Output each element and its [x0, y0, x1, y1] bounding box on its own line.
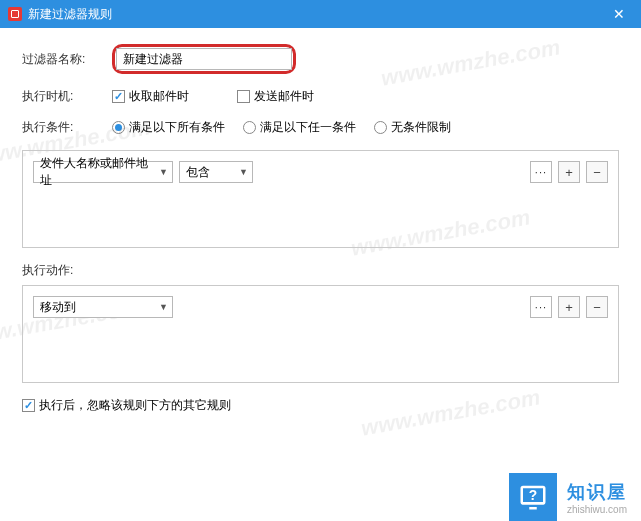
condition-field-dropdown[interactable]: 发件人名称或邮件地址 ▼ [33, 161, 173, 183]
condition-remove-button[interactable]: − [586, 161, 608, 183]
titlebar: 新建过滤器规则 ✕ [0, 0, 641, 28]
timing-send-label: 发送邮件时 [254, 88, 314, 105]
condition-more-button[interactable]: ··· [530, 161, 552, 183]
radio-icon [112, 121, 125, 134]
filter-name-label: 过滤器名称: [22, 51, 92, 68]
cond-all-radio[interactable]: 满足以下所有条件 [112, 119, 225, 136]
condition-operator-dropdown[interactable]: 包含 ▼ [179, 161, 253, 183]
action-remove-button[interactable]: − [586, 296, 608, 318]
chevron-down-icon: ▼ [159, 302, 168, 312]
condition-add-button[interactable]: + [558, 161, 580, 183]
timing-label: 执行时机: [22, 88, 92, 105]
timing-send-checkbox[interactable]: 发送邮件时 [237, 88, 314, 105]
checkbox-icon [237, 90, 250, 103]
skip-rules-checkbox[interactable]: 执行后，忽略该规则下方的其它规则 [22, 397, 231, 414]
chevron-down-icon: ▼ [239, 167, 248, 177]
skip-rules-label: 执行后，忽略该规则下方的其它规则 [39, 397, 231, 414]
timing-receive-label: 收取邮件时 [129, 88, 189, 105]
action-label: 执行动作: [22, 262, 619, 279]
cond-none-label: 无条件限制 [391, 119, 451, 136]
ellipsis-icon: ··· [535, 301, 547, 313]
close-button[interactable]: ✕ [605, 0, 633, 28]
svg-text:?: ? [529, 488, 537, 503]
brand-domain: zhishiwu.com [567, 504, 627, 515]
brand-name: 知识屋 [567, 480, 627, 504]
cond-any-label: 满足以下任一条件 [260, 119, 356, 136]
brand-icon: ? [509, 473, 557, 521]
timing-receive-checkbox[interactable]: 收取邮件时 [112, 88, 189, 105]
app-icon [8, 7, 22, 21]
action-dropdown[interactable]: 移动到 ▼ [33, 296, 173, 318]
checkbox-icon [22, 399, 35, 412]
condition-label: 执行条件: [22, 119, 92, 136]
chevron-down-icon: ▼ [159, 167, 168, 177]
radio-icon [374, 121, 387, 134]
condition-field-value: 发件人名称或邮件地址 [40, 155, 159, 189]
filter-name-highlight [112, 44, 296, 74]
cond-all-label: 满足以下所有条件 [129, 119, 225, 136]
checkbox-icon [112, 90, 125, 103]
ellipsis-icon: ··· [535, 166, 547, 178]
cond-any-radio[interactable]: 满足以下任一条件 [243, 119, 356, 136]
actions-panel: 移动到 ▼ ··· + − [22, 285, 619, 383]
cond-none-radio[interactable]: 无条件限制 [374, 119, 451, 136]
action-value: 移动到 [40, 299, 76, 316]
condition-operator-value: 包含 [186, 164, 210, 181]
brand-badge: ? 知识屋 zhishiwu.com [509, 473, 641, 521]
conditions-panel: 发件人名称或邮件地址 ▼ 包含 ▼ ··· + − [22, 150, 619, 248]
action-add-button[interactable]: + [558, 296, 580, 318]
filter-name-input[interactable] [116, 48, 292, 70]
window-title: 新建过滤器规则 [28, 6, 605, 23]
radio-icon [243, 121, 256, 134]
action-more-button[interactable]: ··· [530, 296, 552, 318]
